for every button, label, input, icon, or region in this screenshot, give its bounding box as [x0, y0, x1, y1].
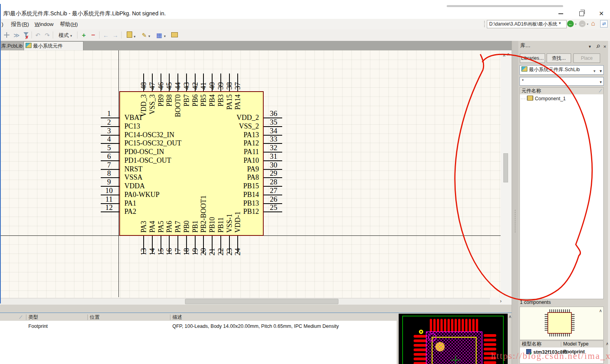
pin-name[interactable]: PA11 — [176, 148, 259, 156]
pin-number[interactable]: 7 — [100, 161, 118, 169]
pin-number[interactable]: 34 — [264, 127, 283, 135]
pin-name[interactable]: PB7 — [183, 94, 190, 107]
pin-number[interactable]: 11 — [100, 195, 118, 204]
pin-number[interactable]: 39 — [217, 82, 225, 90]
pin-name[interactable]: PB11 — [217, 217, 225, 233]
pin-number[interactable]: 19 — [191, 248, 199, 256]
back-dropdown-icon[interactable]: ▾ — [575, 22, 577, 26]
pin-number[interactable]: 28 — [264, 178, 283, 186]
pin-number[interactable]: 22 — [217, 248, 225, 256]
grid-tool-icon[interactable]: ▦ ▾ — [155, 31, 167, 39]
tab-pcblib[interactable]: 库.PcbLib — [0, 42, 24, 50]
pin-name[interactable]: PA2 — [124, 208, 136, 216]
model-type-header[interactable]: Model Type — [563, 341, 588, 347]
pin-number[interactable]: 23 — [226, 248, 233, 256]
pin-name[interactable]: VSS_3 — [148, 94, 156, 114]
redo-icon[interactable]: ↷ — [43, 31, 51, 39]
pin-name[interactable]: PA10 — [176, 156, 259, 165]
pin-name[interactable]: PB9 — [157, 94, 165, 107]
vertical-scrollbar-thumb[interactable] — [503, 153, 508, 182]
pin-number[interactable]: 32 — [264, 143, 283, 152]
pin-number[interactable]: 27 — [264, 186, 283, 195]
pin-name[interactable]: PA8 — [176, 173, 259, 182]
libraries-button[interactable]: Libraries… — [520, 53, 545, 63]
refresh-button[interactable]: ⇄ — [600, 20, 608, 28]
pin-name[interactable]: PB12 — [176, 208, 259, 216]
clear-filter-icon[interactable]: ✗ — [22, 31, 30, 39]
pin-name[interactable]: PB13 — [176, 199, 259, 208]
pin-number[interactable]: 14 — [148, 248, 156, 256]
close-button[interactable]: × — [593, 9, 609, 18]
preview-collapse-icon[interactable]: ∧ — [599, 308, 602, 313]
pin-name[interactable]: PB5 — [200, 94, 207, 107]
pin-number[interactable]: 25 — [264, 203, 283, 212]
pin-name[interactable]: VDD_3 — [140, 94, 148, 117]
pin-name[interactable]: PB8 — [165, 94, 173, 107]
combo-chevron-icon[interactable]: ▾ — [593, 67, 595, 75]
place-button[interactable]: Place — [573, 53, 600, 63]
pin-number[interactable]: 3 — [100, 127, 118, 135]
pin-name[interactable]: VDD_2 — [176, 114, 259, 122]
pin-number[interactable]: 33 — [264, 135, 283, 143]
address-bar[interactable]: D:\danxie\3.AD16\画板\最小系统 — [487, 20, 567, 28]
pin-number[interactable]: 37 — [234, 82, 242, 90]
pin-number[interactable]: 15 — [157, 248, 165, 256]
pin-name[interactable]: PC14-OSC32_IN — [124, 131, 174, 139]
column-header-description[interactable]: 描述 — [172, 314, 182, 320]
pin-number[interactable]: 12 — [100, 203, 118, 212]
minimize-button[interactable] — [553, 9, 569, 18]
list-item-component[interactable]: ┄┄Component_1 — [520, 94, 603, 101]
scroll-right-icon[interactable]: › — [490, 298, 512, 305]
pin-name[interactable]: PC13 — [124, 122, 140, 131]
pin-name[interactable]: PB15 — [176, 182, 259, 190]
add-icon[interactable]: + — [80, 31, 87, 39]
pin-number[interactable]: 24 — [234, 248, 242, 256]
model-row-type[interactable]: Footprint — [28, 323, 48, 329]
model-name-header[interactable]: 模型名称 — [520, 341, 542, 347]
pin-name[interactable]: PA7 — [174, 221, 182, 233]
pin-name[interactable]: PA6 — [165, 221, 173, 233]
pin-name[interactable]: VSSA — [124, 173, 142, 182]
model-row-description[interactable]: QFP, 100-Leads, Body 14.00x20.00mm, Pitc… — [172, 323, 339, 329]
pin-number[interactable]: 10 — [100, 186, 118, 195]
pin-name[interactable]: VDDA — [124, 182, 145, 190]
move-tool-icon[interactable] — [3, 31, 10, 39]
pin-name[interactable]: PA9 — [176, 165, 259, 173]
pin-number[interactable]: 46 — [157, 82, 165, 90]
document-options-icon[interactable] — [170, 31, 179, 39]
pin-number[interactable]: 9 — [100, 178, 118, 186]
pin-number[interactable]: 41 — [200, 82, 207, 90]
menu-item-window[interactable]: Window — [33, 20, 55, 28]
pin-number[interactable]: 21 — [208, 248, 216, 256]
pin-number[interactable]: 17 — [174, 248, 182, 256]
pin-number[interactable]: 38 — [226, 82, 233, 90]
pin-name[interactable]: PA14 — [234, 94, 242, 110]
mode-dropdown[interactable]: 模式 ▾ — [56, 31, 75, 39]
forward-dropdown-icon[interactable]: ▾ — [587, 22, 588, 26]
panel-pin-icon[interactable]: ⚲ — [594, 42, 602, 51]
pin-number[interactable]: 31 — [264, 152, 283, 161]
pin-number[interactable]: 4 — [100, 135, 118, 143]
back-button[interactable]: ← — [567, 20, 574, 27]
selection-tool-icon[interactable]: ≫ — [13, 31, 20, 39]
component-list[interactable]: ┄┄Component_1 — [519, 94, 604, 299]
filter-combo[interactable]: * ▾ — [519, 77, 604, 86]
pin-name[interactable]: VSS_2 — [176, 122, 259, 131]
pin-name[interactable]: PA1 — [124, 199, 136, 208]
panel-menu-icon[interactable]: ▾ — [589, 42, 591, 51]
pin-number[interactable]: 2 — [100, 118, 118, 127]
forward-button[interactable]: → — [579, 20, 586, 27]
filter-chevron-icon[interactable]: ▾ — [600, 79, 602, 86]
restore-button[interactable] — [574, 9, 590, 18]
pin-number[interactable]: 13 — [140, 248, 148, 256]
pin-name[interactable]: PA3 — [140, 221, 148, 233]
undo-icon[interactable]: ↶ — [34, 31, 42, 39]
pin-name[interactable]: PB6 — [191, 94, 199, 107]
pin-name[interactable]: PB2-BOOT1 — [200, 195, 207, 233]
pin-number[interactable]: 5 — [100, 143, 118, 152]
component-tool-icon[interactable]: ▾ — [125, 31, 137, 39]
pin-name[interactable]: PB10 — [208, 217, 216, 233]
search-button[interactable]: 查找… — [547, 53, 571, 63]
pin-name[interactable]: VDD-1 — [234, 211, 242, 233]
pin-number[interactable]: 8 — [100, 169, 118, 178]
